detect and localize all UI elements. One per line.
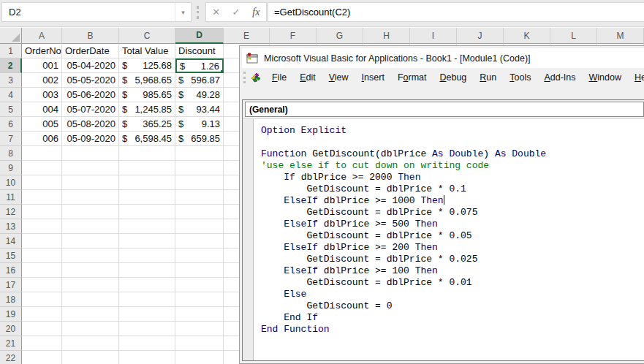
row-header-15[interactable]: 15 [0,249,22,263]
cell[interactable] [119,292,175,307]
row-header-8[interactable]: 8 [0,146,22,161]
cell[interactable] [175,336,224,351]
cell[interactable]: $596.87 [175,73,224,88]
cell[interactable] [22,336,62,351]
cell[interactable] [119,175,175,190]
column-header-E[interactable]: E [224,28,270,44]
cell[interactable] [22,307,62,322]
column-header-K[interactable]: K [504,28,550,44]
cancel-icon[interactable]: ✕ [206,7,226,18]
cell[interactable] [119,161,175,175]
cell[interactable]: 05-04-2020 [62,58,119,73]
cell[interactable]: $985.65 [119,88,175,102]
cell[interactable] [22,249,62,263]
row-header-22[interactable]: 22 [0,351,22,364]
cell[interactable] [62,219,119,234]
cell[interactable] [119,190,175,205]
cell[interactable]: 05-07-2020 [62,102,119,117]
cell[interactable]: 006 [22,132,62,146]
cell[interactable] [62,307,119,322]
cell[interactable] [175,161,224,175]
column-header-G[interactable]: G [317,28,363,44]
cell[interactable] [119,263,175,278]
code-editor[interactable]: Option Explicit Function GetDiscount(dbl… [254,119,644,360]
cell[interactable] [175,351,224,364]
row-header-21[interactable]: 21 [0,336,22,351]
cell[interactable] [119,336,175,351]
cell[interactable]: $1,245.85 [119,102,175,117]
cell[interactable]: $49.28 [175,88,224,102]
cell[interactable] [119,278,175,292]
cell[interactable] [62,161,119,175]
menu-format[interactable]: Format [391,70,433,85]
cell[interactable]: $5,968.65 [119,73,175,88]
cell[interactable]: 001 [22,58,62,73]
code-line-5[interactable]: If dblPrice >= 2000 Then [261,172,644,183]
cell[interactable] [175,219,224,234]
cell[interactable] [22,234,62,249]
cell[interactable] [119,307,175,322]
cell[interactable]: $9.13 [175,117,224,132]
cell[interactable] [62,249,119,263]
margin-indicator-bar[interactable] [243,119,254,360]
fill-handle[interactable] [220,69,224,73]
select-all-button[interactable] [0,28,22,44]
cell[interactable] [175,190,224,205]
menu-help[interactable]: Help [628,70,644,85]
cell[interactable] [175,205,224,219]
cell[interactable]: 05-05-2020 [62,73,119,88]
row-header-1[interactable]: 1 [0,44,22,58]
cell[interactable] [22,322,62,336]
row-header-18[interactable]: 18 [0,292,22,307]
column-header-A[interactable]: A [22,28,62,44]
name-box-value[interactable]: D2 [2,7,175,18]
cell[interactable] [119,205,175,219]
cell[interactable]: 005 [22,117,62,132]
row-header-9[interactable]: 9 [0,161,22,175]
cell[interactable] [22,161,62,175]
code-line-11[interactable]: ElseIf dblPrice >= 200 Then [261,242,644,254]
cell[interactable] [119,351,175,364]
formula-text[interactable]: =GetDiscount(C2) [268,7,350,18]
cell[interactable] [62,175,119,190]
row-header-5[interactable]: 5 [0,102,22,117]
cell[interactable] [175,322,224,336]
menu-debug[interactable]: Debug [433,70,473,85]
row-header-16[interactable]: 16 [0,263,22,278]
enter-icon[interactable]: ✓ [226,7,246,18]
row-header-11[interactable]: 11 [0,190,22,205]
code-line-4[interactable]: 'use else if to cut down on writing code [261,160,644,172]
column-header-C[interactable]: C [119,28,175,44]
cell[interactable] [22,190,62,205]
code-line-16[interactable]: GetDiscount = 0 [261,300,644,312]
row-header-3[interactable]: 3 [0,73,22,88]
cell[interactable] [175,307,224,322]
menu-tools[interactable]: Tools [503,70,537,85]
code-line-1[interactable]: Option Explicit [261,125,644,137]
code-line-8[interactable]: GetDiscount = dblPrice * 0.075 [261,207,644,219]
object-dropdown[interactable]: (General) [245,102,644,117]
selected-cell-D2[interactable]: $1.26 [175,58,224,73]
row-header-4[interactable]: 4 [0,88,22,102]
cell[interactable] [22,292,62,307]
cell[interactable] [175,263,224,278]
cell[interactable] [175,175,224,190]
row-header-14[interactable]: 14 [0,234,22,249]
vba-title-bar[interactable]: Microsoft Visual Basic for Applications … [242,48,644,68]
cell[interactable]: OrderNo [22,44,62,58]
menu-file[interactable]: File [265,70,293,85]
menu-grip-handle[interactable] [243,72,246,83]
formula-bar[interactable]: =GetDiscount(C2) [268,2,644,22]
name-box[interactable]: D2 ▾ [1,2,192,22]
code-line-18[interactable]: End Function [261,324,644,335]
code-line-13[interactable]: ElseIf dblPrice >= 100 Then [261,265,644,277]
code-line-17[interactable]: End If [261,312,644,324]
cell[interactable] [22,146,62,161]
column-header-M[interactable]: M [597,28,644,44]
code-line-12[interactable]: GetDiscount = dblPrice * 0.025 [261,254,644,265]
row-header-10[interactable]: 10 [0,175,22,190]
cell[interactable] [62,351,119,364]
cell[interactable] [22,219,62,234]
cell[interactable]: 05-06-2020 [62,88,119,102]
cell[interactable] [62,292,119,307]
